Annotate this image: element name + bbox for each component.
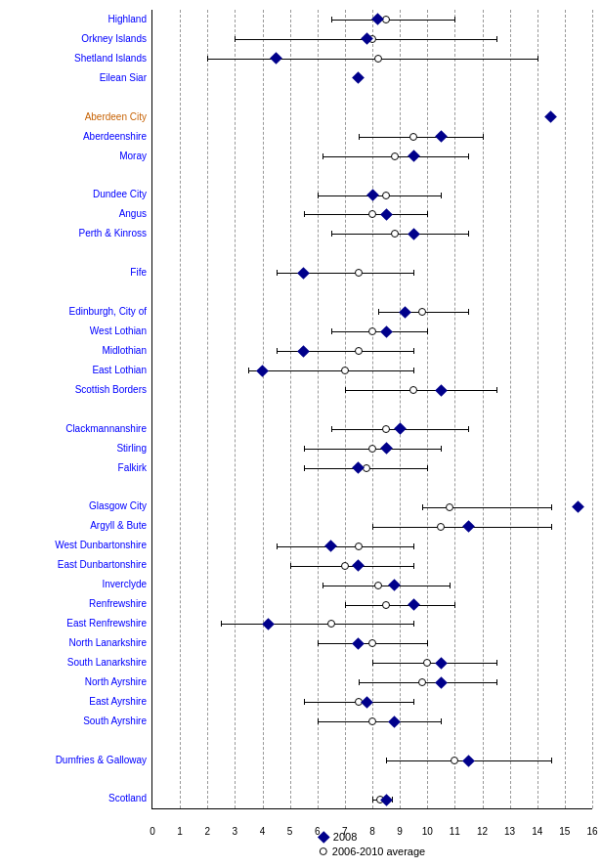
circle-29	[374, 582, 382, 589]
diamond-31	[262, 618, 275, 630]
data-row-30	[152, 595, 592, 615]
diamond-22	[380, 443, 393, 456]
data-row-4	[152, 88, 592, 108]
diamond-23	[353, 461, 366, 474]
data-row-27	[152, 537, 592, 556]
circle-18	[341, 367, 349, 374]
tick-right-6	[483, 134, 484, 140]
circle-15	[418, 308, 426, 316]
tick-right-25	[551, 504, 552, 510]
y-label-31: East Renfrewshire	[10, 614, 151, 633]
circle-21	[382, 425, 390, 433]
tick-left-21	[331, 426, 332, 432]
data-row-23	[152, 458, 592, 478]
diamond-28	[353, 559, 366, 572]
diamond-16	[380, 326, 393, 338]
grid-line-16	[592, 10, 593, 808]
diamond-2	[270, 52, 282, 65]
tick-right-35	[413, 699, 414, 705]
diamond-27	[324, 540, 337, 552]
y-label-27: West Dunbartonshire	[10, 536, 151, 555]
diamond-9	[366, 189, 379, 201]
circle-11	[391, 230, 399, 238]
data-row-33	[152, 653, 592, 673]
data-row-24	[152, 478, 592, 498]
tick-left-2	[207, 56, 208, 62]
spacer-label	[10, 282, 151, 302]
tick-right-7	[468, 153, 469, 159]
tick-left-29	[322, 583, 323, 588]
data-row-5	[152, 108, 592, 127]
y-label-1: Orkney Islands	[10, 29, 151, 49]
ci-bar-18	[248, 370, 413, 371]
data-row-18	[152, 361, 592, 380]
data-row-29	[152, 576, 592, 595]
chart-legend: 20082006-2010 average	[320, 831, 425, 857]
y-label-32: North Lanarkshire	[10, 633, 151, 653]
tick-left-19	[345, 387, 346, 393]
diamond-5	[544, 110, 557, 123]
tick-right-30	[454, 602, 455, 608]
diamond-17	[297, 345, 310, 358]
y-label-9: Dundee City	[10, 185, 151, 204]
ci-bar-29	[322, 586, 449, 586]
tick-left-33	[372, 660, 373, 666]
circle-9	[382, 192, 390, 199]
legend-item-2008: 2008	[320, 831, 357, 843]
diamond-6	[435, 130, 448, 143]
tick-left-16	[331, 328, 332, 334]
tick-left-18	[248, 368, 249, 373]
tick-right-36	[441, 718, 442, 724]
circle-2	[374, 55, 382, 63]
tick-left-10	[304, 211, 305, 217]
circle-26	[437, 523, 445, 531]
diamond-11	[408, 228, 420, 240]
y-label-6: Aberdeenshire	[10, 127, 151, 147]
x-tick-label-0: 0	[150, 826, 155, 837]
diamond-18	[256, 365, 269, 377]
data-row-10	[152, 205, 592, 225]
tick-left-27	[277, 543, 278, 549]
y-label-15: Edinburgh, City of	[10, 302, 151, 322]
ci-bar-26	[372, 527, 551, 528]
tick-right-9	[441, 193, 442, 198]
circle-13	[355, 269, 363, 277]
tick-right-16	[427, 328, 428, 334]
diamond-15	[399, 306, 411, 319]
y-label-30: Renfrewshire	[10, 594, 151, 614]
spacer-label	[10, 731, 151, 751]
data-row-36	[152, 712, 592, 731]
diamond-36	[388, 716, 401, 728]
tick-right-28	[413, 563, 414, 569]
diamond-32	[353, 637, 366, 650]
circle-38	[451, 757, 458, 764]
tick-left-40	[372, 797, 373, 803]
tick-left-35	[304, 699, 305, 705]
tick-left-22	[304, 446, 305, 452]
diamond-21	[394, 423, 407, 436]
ci-bar-25	[422, 507, 551, 508]
tick-left-17	[277, 348, 278, 354]
tick-right-27	[413, 543, 414, 549]
ci-bar-31	[221, 624, 413, 625]
y-label-0: Highland	[10, 10, 151, 29]
data-row-17	[152, 341, 592, 361]
tick-right-10	[427, 211, 428, 217]
circle-28	[341, 562, 349, 570]
data-row-13	[152, 263, 592, 282]
x-tick-label-14: 14	[532, 826, 542, 837]
circle-10	[368, 210, 376, 218]
y-label-16: West Lothian	[10, 322, 151, 341]
tick-right-2	[538, 56, 538, 62]
diamond-25	[573, 500, 585, 513]
legend-diamond-icon	[318, 831, 330, 844]
y-label-33: South Lanarkshire	[10, 653, 151, 673]
tick-right-33	[496, 660, 497, 666]
circle-34	[418, 678, 426, 686]
circle-22	[368, 445, 376, 453]
y-label-23: Falkirk	[10, 458, 151, 478]
data-row-39	[152, 770, 592, 790]
tick-right-19	[496, 387, 497, 393]
tick-left-13	[277, 270, 278, 276]
tick-right-15	[468, 309, 469, 315]
